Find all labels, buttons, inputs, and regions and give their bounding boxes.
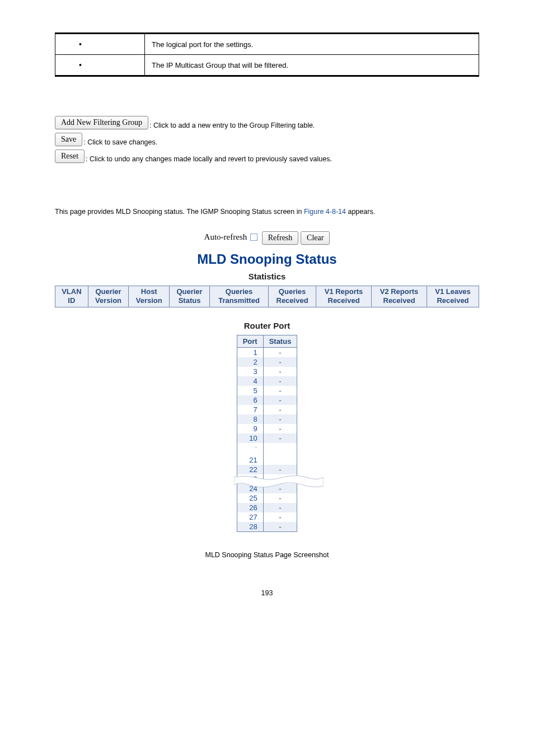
- port-cell: 1: [237, 347, 263, 357]
- add-filtering-group-desc: : Click to add a new entry to the Group …: [149, 122, 315, 129]
- port-cell: 23: [237, 474, 263, 484]
- table-row: 5-: [237, 386, 297, 395]
- status-cell: -: [263, 367, 297, 376]
- intro-after: appears.: [346, 208, 375, 216]
- auto-refresh-checkbox[interactable]: [250, 234, 257, 241]
- stats-header: V1 ReportsReceived: [316, 286, 372, 307]
- port-cell: 24: [237, 484, 263, 493]
- table-row: 8-: [237, 414, 297, 424]
- status-cell: -: [263, 474, 297, 484]
- row-bullet: [55, 55, 145, 76]
- status-cell: -: [263, 512, 297, 522]
- table-row: 21: [237, 455, 297, 465]
- status-cell: -: [263, 522, 297, 532]
- port-cell: 25: [237, 493, 263, 503]
- router-port-table: Port Status 1-2-3-4-5-6-7-8-9-10-..2122-…: [237, 335, 298, 532]
- table-row: 9-: [237, 424, 297, 433]
- port-cell: 22: [237, 465, 263, 474]
- page-title: MLD Snooping Status: [55, 251, 479, 267]
- table-row: 1-: [237, 347, 297, 357]
- table-row: 27-: [237, 512, 297, 522]
- port-cell: 8: [237, 414, 263, 424]
- status-cell: -: [263, 347, 297, 357]
- table-row: 4-: [237, 376, 297, 386]
- port-cell: 28: [237, 522, 263, 532]
- router-header-port: Port: [237, 335, 263, 347]
- table-row: 25-: [237, 493, 297, 503]
- status-cell: -: [263, 484, 297, 493]
- status-cell: [263, 455, 297, 465]
- status-cell: -: [263, 386, 297, 395]
- status-cell: -: [263, 357, 297, 367]
- row-text: The IP Multicast Group that will be filt…: [145, 55, 479, 76]
- table-row: 2-: [237, 357, 297, 367]
- status-cell: -: [263, 465, 297, 474]
- stats-header: QueriesReceived: [269, 286, 316, 307]
- table-row: 10-: [237, 433, 297, 443]
- save-button[interactable]: Save: [55, 133, 82, 146]
- figure-reference-link[interactable]: Figure 4-8-14: [304, 208, 346, 216]
- refresh-button[interactable]: Refresh: [262, 231, 299, 245]
- row-text: The logical port for the settings.: [145, 34, 479, 55]
- status-cell: -: [263, 414, 297, 424]
- page-number: 193: [55, 589, 479, 597]
- table-row: 23-: [237, 474, 297, 484]
- row-bullet: [55, 34, 145, 55]
- port-cell: 9: [237, 424, 263, 433]
- table-break-row: ..: [237, 443, 297, 455]
- table-row: 3-: [237, 367, 297, 376]
- port-cell: 5: [237, 386, 263, 395]
- top-settings-table: The logical port for the settings. The I…: [55, 32, 479, 77]
- clear-button[interactable]: Clear: [301, 231, 330, 245]
- status-cell: -: [263, 376, 297, 386]
- router-port-subtitle: Router Port: [55, 321, 479, 330]
- port-cell: 3: [237, 367, 263, 376]
- stats-header: QueriesTransmitted: [209, 286, 268, 307]
- stats-header: VLANID: [55, 286, 88, 307]
- table-row: 26-: [237, 503, 297, 512]
- status-cell: -: [263, 424, 297, 433]
- status-cell: -: [263, 503, 297, 512]
- figure-caption: MLD Snooping Status Page Screenshot: [55, 551, 479, 559]
- port-cell: 21: [237, 455, 263, 465]
- intro-text: This page provides MLD Snooping status. …: [55, 208, 479, 216]
- table-row: 6-: [237, 395, 297, 405]
- add-filtering-group-button[interactable]: Add New Filtering Group: [55, 116, 148, 129]
- reset-desc: : Click to undo any changes made locally…: [86, 155, 332, 163]
- port-cell: 4: [237, 376, 263, 386]
- router-header-status: Status: [263, 335, 297, 347]
- status-cell: -: [263, 405, 297, 414]
- statistics-subtitle: Statistics: [55, 272, 479, 281]
- port-cell: 26: [237, 503, 263, 512]
- stats-header: V1 LeavesReceived: [427, 286, 479, 307]
- stats-header: QuerierStatus: [170, 286, 210, 307]
- port-cell: 2: [237, 357, 263, 367]
- statistics-table: VLANIDQuerierVersionHostVersionQuerierSt…: [55, 286, 479, 307]
- status-cell: -: [263, 395, 297, 405]
- status-cell: -: [263, 493, 297, 503]
- table-row: 7-: [237, 405, 297, 414]
- auto-refresh-label: Auto-refresh: [204, 232, 247, 241]
- table-row: 28-: [237, 522, 297, 532]
- reset-button[interactable]: Reset: [55, 150, 85, 163]
- save-desc: : Click to save changes.: [83, 138, 157, 146]
- stats-header: HostVersion: [129, 286, 170, 307]
- stats-header: V2 ReportsReceived: [372, 286, 427, 307]
- port-cell: 27: [237, 512, 263, 522]
- stats-header: QuerierVersion: [88, 286, 129, 307]
- port-cell: 6: [237, 395, 263, 405]
- table-row: 24-: [237, 484, 297, 493]
- table-row: 22-: [237, 465, 297, 474]
- port-cell: 10: [237, 433, 263, 443]
- intro-before: This page provides MLD Snooping status. …: [55, 208, 304, 216]
- status-cell: -: [263, 433, 297, 443]
- port-cell: 7: [237, 405, 263, 414]
